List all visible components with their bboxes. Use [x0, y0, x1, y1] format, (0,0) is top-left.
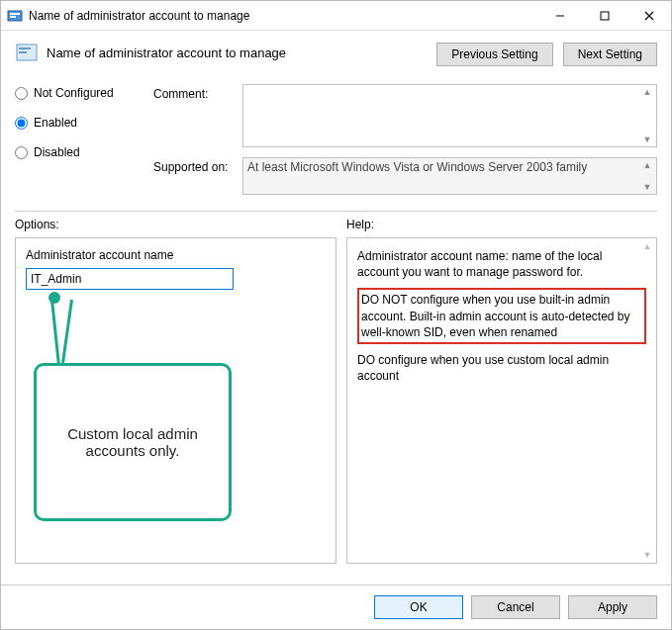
svg-rect-1 — [10, 13, 20, 15]
comment-label: Comment: — [153, 84, 233, 101]
close-button[interactable] — [626, 1, 671, 30]
annotation-pointer — [50, 300, 60, 367]
svg-rect-9 — [19, 51, 27, 53]
minimize-button[interactable] — [537, 1, 582, 30]
next-setting-button[interactable]: Next Setting — [563, 43, 657, 66]
annotation-callout: Custom local admin accounts only. — [34, 363, 232, 521]
scrollbar[interactable]: ▲▼ — [640, 87, 654, 144]
supported-field: At least Microsoft Windows Vista or Wind… — [242, 157, 657, 195]
policy-icon — [15, 41, 39, 64]
maximize-button[interactable] — [582, 1, 626, 30]
help-paragraph-1: Administrator account name: name of the … — [357, 248, 646, 280]
ok-button[interactable]: OK — [374, 595, 463, 619]
radio-disabled[interactable]: Disabled — [15, 145, 153, 159]
policy-title: Name of administrator account to manage — [47, 45, 286, 60]
supported-value: At least Microsoft Windows Vista or Wind… — [247, 160, 587, 174]
radio-disabled-input[interactable] — [15, 146, 28, 159]
previous-setting-button[interactable]: Previous Setting — [436, 43, 552, 66]
admin-name-input[interactable] — [26, 268, 234, 290]
app-icon — [7, 8, 23, 24]
radio-enabled-label: Enabled — [34, 116, 77, 130]
comment-field[interactable]: ▲▼ — [242, 84, 657, 147]
radio-enabled[interactable]: Enabled — [15, 116, 153, 130]
svg-rect-2 — [10, 16, 16, 18]
titlebar: Name of administrator account to manage — [1, 1, 671, 31]
help-paragraph-highlighted: DO NOT configure when you use built-in a… — [357, 288, 646, 344]
radio-disabled-label: Disabled — [34, 145, 80, 159]
help-heading: Help: — [346, 218, 374, 231]
annotation-text: Custom local admin accounts only. — [52, 425, 213, 459]
divider — [15, 211, 657, 212]
annotation-pointer — [61, 300, 73, 367]
radio-enabled-input[interactable] — [15, 117, 28, 130]
help-panel: Administrator account name: name of the … — [346, 237, 657, 564]
dialog-window: Name of administrator account to manage … — [0, 0, 672, 630]
svg-rect-4 — [601, 12, 609, 20]
footer: OK Cancel Apply — [1, 585, 671, 629]
options-panel: Administrator account name Custom local … — [15, 237, 336, 564]
radio-not-configured-label: Not Configured — [34, 86, 114, 100]
radio-not-configured-input[interactable] — [15, 87, 28, 100]
scrollbar[interactable]: ▲▼ — [640, 160, 654, 192]
window-title: Name of administrator account to manage — [29, 9, 249, 23]
radio-not-configured[interactable]: Not Configured — [15, 86, 153, 100]
options-heading: Options: — [15, 218, 346, 231]
supported-label: Supported on: — [153, 157, 233, 174]
admin-name-label: Administrator account name — [26, 248, 326, 262]
scrollbar[interactable]: ▲▼ — [640, 240, 654, 561]
help-paragraph-3: DO configure when you use custom local a… — [357, 352, 646, 384]
cancel-button[interactable]: Cancel — [471, 595, 560, 619]
apply-button[interactable]: Apply — [568, 595, 657, 619]
svg-rect-8 — [19, 47, 31, 49]
